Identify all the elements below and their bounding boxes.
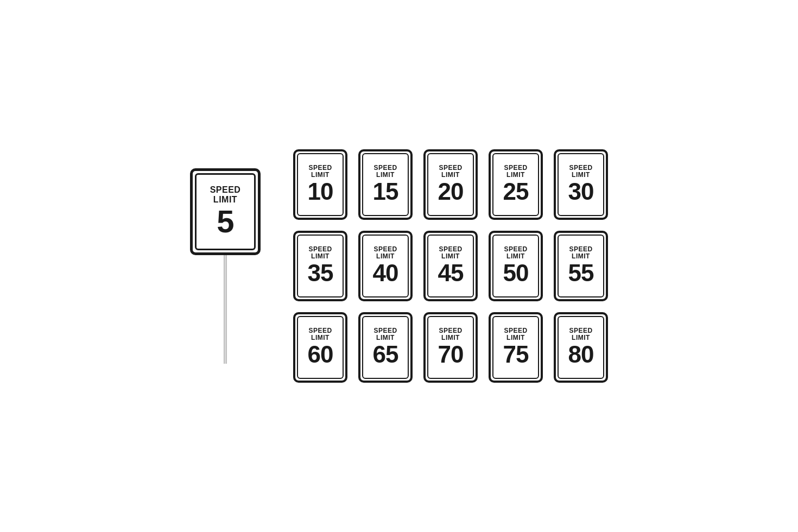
speed-sign-80: SPEEDLIMIT80: [554, 312, 608, 383]
featured-speed-sign: SPEEDLIMIT 5: [190, 168, 261, 255]
sign-wrapper-60: SPEEDLIMIT60: [293, 312, 347, 383]
sign-label-25: SPEEDLIMIT: [504, 164, 527, 179]
sign-wrapper-50: SPEEDLIMIT50: [489, 231, 543, 301]
sign-wrapper-80: SPEEDLIMIT80: [554, 312, 608, 383]
sign-label-55: SPEEDLIMIT: [569, 246, 592, 260]
speed-sign-55: SPEEDLIMIT55: [554, 231, 608, 301]
sign-number-30: 30: [568, 180, 594, 204]
sign-number-15: 15: [373, 180, 398, 204]
sign-wrapper-75: SPEEDLIMIT75: [489, 312, 543, 383]
sign-number-65: 65: [373, 343, 398, 366]
sign-label-45: SPEEDLIMIT: [439, 246, 462, 260]
sign-label-40: SPEEDLIMIT: [373, 246, 397, 260]
speed-sign-30: SPEEDLIMIT30: [554, 149, 608, 220]
sign-wrapper-15: SPEEDLIMIT15: [358, 149, 413, 220]
sign-number-55: 55: [568, 261, 594, 285]
speed-sign-65: SPEEDLIMIT65: [358, 312, 413, 383]
sign-number-80: 80: [568, 343, 594, 366]
sign-wrapper-25: SPEEDLIMIT25: [489, 149, 543, 220]
speed-sign-20: SPEEDLIMIT20: [423, 149, 478, 220]
sign-number-60: 60: [308, 343, 333, 366]
sign-label-50: SPEEDLIMIT: [504, 246, 527, 260]
sign-wrapper-10: SPEEDLIMIT10: [293, 149, 347, 220]
sign-number-45: 45: [438, 261, 464, 285]
sign-number-25: 25: [503, 180, 529, 204]
sign-label-35: SPEEDLIMIT: [308, 246, 332, 260]
featured-sign-on-post: SPEEDLIMIT 5: [190, 168, 261, 364]
main-container: SPEEDLIMIT 5 SPEEDLIMIT10SPEEDLIMIT15SPE…: [168, 128, 630, 404]
sign-number-70: 70: [438, 343, 464, 366]
speed-sign-70: SPEEDLIMIT70: [423, 312, 478, 383]
speed-sign-40: SPEEDLIMIT40: [358, 231, 413, 301]
sign-label-80: SPEEDLIMIT: [569, 327, 592, 341]
speed-sign-25: SPEEDLIMIT25: [489, 149, 543, 220]
sign-wrapper-70: SPEEDLIMIT70: [423, 312, 478, 383]
sign-wrapper-65: SPEEDLIMIT65: [358, 312, 413, 383]
sign-label-10: SPEEDLIMIT: [308, 164, 332, 179]
speed-sign-15: SPEEDLIMIT15: [358, 149, 413, 220]
speed-sign-50: SPEEDLIMIT50: [489, 231, 543, 301]
sign-number-35: 35: [308, 261, 333, 285]
sign-wrapper-35: SPEEDLIMIT35: [293, 231, 347, 301]
speed-sign-35: SPEEDLIMIT35: [293, 231, 347, 301]
speed-sign-10: SPEEDLIMIT10: [293, 149, 347, 220]
sign-number-20: 20: [438, 180, 464, 204]
sign-label-20: SPEEDLIMIT: [439, 164, 462, 179]
sign-number-50: 50: [503, 261, 529, 285]
sign-wrapper-20: SPEEDLIMIT20: [423, 149, 478, 220]
featured-sign-number: 5: [217, 206, 233, 237]
sign-label-60: SPEEDLIMIT: [308, 327, 332, 341]
sign-label-75: SPEEDLIMIT: [504, 327, 527, 341]
speed-sign-75: SPEEDLIMIT75: [489, 312, 543, 383]
speed-sign-45: SPEEDLIMIT45: [423, 231, 478, 301]
sign-post: [224, 255, 227, 364]
featured-sign-label: SPEEDLIMIT: [210, 185, 241, 204]
speed-sign-60: SPEEDLIMIT60: [293, 312, 347, 383]
sign-label-70: SPEEDLIMIT: [439, 327, 462, 341]
sign-number-75: 75: [503, 343, 529, 366]
sign-number-10: 10: [308, 180, 333, 204]
sign-label-15: SPEEDLIMIT: [373, 164, 397, 179]
sign-label-30: SPEEDLIMIT: [569, 164, 592, 179]
sign-wrapper-45: SPEEDLIMIT45: [423, 231, 478, 301]
sign-wrapper-30: SPEEDLIMIT30: [554, 149, 608, 220]
sign-wrapper-40: SPEEDLIMIT40: [358, 231, 413, 301]
sign-wrapper-55: SPEEDLIMIT55: [554, 231, 608, 301]
sign-label-65: SPEEDLIMIT: [373, 327, 397, 341]
signs-grid: SPEEDLIMIT10SPEEDLIMIT15SPEEDLIMIT20SPEE…: [293, 149, 608, 383]
sign-number-40: 40: [373, 261, 398, 285]
